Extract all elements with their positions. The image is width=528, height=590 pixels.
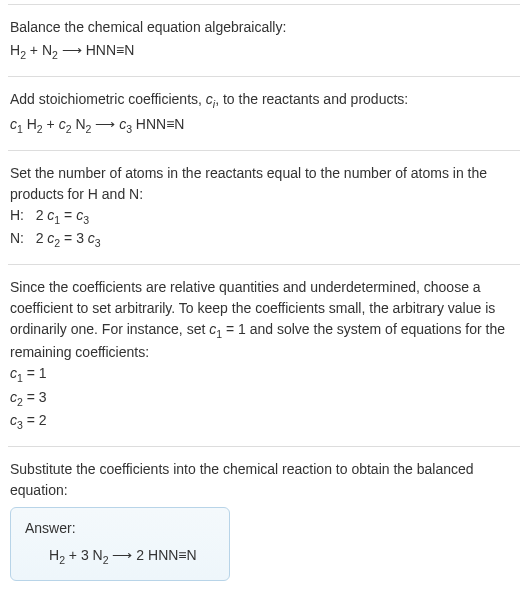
- atom-row-N: N: 2 c2 = 3 c3: [10, 228, 518, 252]
- balance-intro: Balance the chemical equation algebraica…: [10, 17, 518, 38]
- section-substitute: Substitute the coefficients into the che…: [8, 446, 520, 590]
- section-solve: Since the coefficients are relative quan…: [8, 264, 520, 446]
- stoich-intro: Add stoichiometric coefficients, ci, to …: [10, 89, 518, 113]
- section-balance: Balance the chemical equation algebraica…: [8, 4, 520, 76]
- stoich-equation: c1 H2 + c2 N2 ⟶ c3 HNN≡N: [10, 114, 518, 138]
- coef-c3: c3 = 2: [10, 410, 518, 434]
- answer-label: Answer:: [25, 518, 215, 539]
- section-stoichiometric: Add stoichiometric coefficients, ci, to …: [8, 76, 520, 150]
- section-atom-balance: Set the number of atoms in the reactants…: [8, 150, 520, 264]
- balance-equation: H2 + N2 ⟶ HNN≡N: [10, 40, 518, 64]
- substitute-intro: Substitute the coefficients into the che…: [10, 459, 518, 501]
- atoms-intro: Set the number of atoms in the reactants…: [10, 163, 518, 205]
- atom-row-H: H: 2 c1 = c3: [10, 205, 518, 229]
- solve-intro: Since the coefficients are relative quan…: [10, 277, 518, 364]
- answer-equation: H2 + 3 N2 ⟶ 2 HNN≡N: [25, 545, 215, 569]
- coef-c1: c1 = 1: [10, 363, 518, 387]
- coef-c2: c2 = 3: [10, 387, 518, 411]
- answer-box: Answer: H2 + 3 N2 ⟶ 2 HNN≡N: [10, 507, 230, 582]
